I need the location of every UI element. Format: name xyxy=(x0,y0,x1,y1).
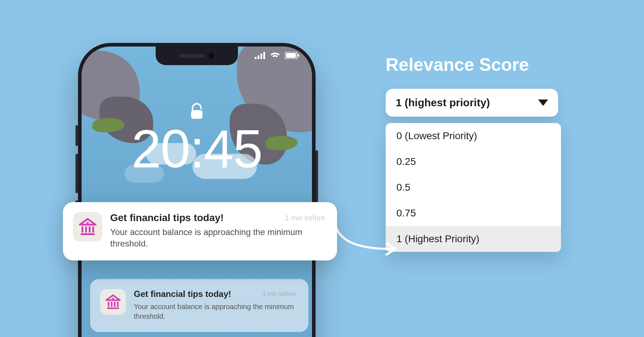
notification-card-stacked[interactable]: Get financial tips today! 1 min before Y… xyxy=(90,279,308,332)
svg-rect-6 xyxy=(298,54,299,57)
svg-rect-5 xyxy=(286,53,296,58)
dropdown-selected-label: 1 (highest priority) xyxy=(396,97,490,109)
notification-title: Get financial tips today! xyxy=(110,212,224,224)
svg-rect-0 xyxy=(255,57,257,59)
svg-rect-11 xyxy=(85,226,87,233)
wifi-icon xyxy=(270,52,280,59)
svg-rect-3 xyxy=(263,52,265,59)
svg-rect-19 xyxy=(117,302,118,307)
svg-rect-15 xyxy=(107,307,119,309)
lock-screen-clock: 20:45 xyxy=(82,118,312,180)
chevron-down-icon xyxy=(538,99,548,106)
app-icon xyxy=(100,289,126,315)
dropdown-option-075[interactable]: 0.75 xyxy=(386,200,561,226)
dropdown-option-025[interactable]: 0.25 xyxy=(386,149,561,175)
svg-rect-7 xyxy=(191,110,203,119)
notification-body: Your account balance is approaching the … xyxy=(110,226,325,250)
section-title: Relevance Score xyxy=(386,54,529,75)
svg-point-8 xyxy=(87,222,89,224)
app-icon xyxy=(73,212,102,241)
notification-title: Get financial tips today! xyxy=(134,289,231,299)
phone-notch xyxy=(156,47,238,65)
svg-rect-1 xyxy=(258,55,259,59)
svg-rect-9 xyxy=(80,233,95,235)
svg-rect-18 xyxy=(114,302,116,307)
svg-rect-12 xyxy=(89,226,91,233)
battery-icon xyxy=(285,52,299,59)
status-bar xyxy=(255,52,299,59)
notification-card[interactable]: Get financial tips today! 1 min before Y… xyxy=(63,202,337,260)
svg-rect-16 xyxy=(108,302,109,307)
phone-silence-switch xyxy=(75,125,78,146)
bank-icon xyxy=(104,293,122,311)
relevance-score-dropdown[interactable]: 1 (highest priority) xyxy=(385,89,558,117)
notification-body: Your account balance is approaching the … xyxy=(134,302,296,321)
dropdown-option-0[interactable]: 0 (Lowest Priority) xyxy=(386,123,561,149)
svg-rect-13 xyxy=(92,226,94,233)
cellular-icon xyxy=(255,52,265,59)
svg-rect-17 xyxy=(111,302,112,307)
notification-timestamp: 1 min before xyxy=(285,214,325,222)
svg-point-14 xyxy=(112,298,114,299)
relevance-score-menu: 0 (Lowest Priority) 0.25 0.5 0.75 1 (Hig… xyxy=(386,123,561,252)
notification-timestamp: 1 min before xyxy=(263,290,297,298)
dropdown-option-05[interactable]: 0.5 xyxy=(386,175,561,200)
dropdown-option-1[interactable]: 1 (Highest Priority) xyxy=(386,226,561,252)
svg-rect-10 xyxy=(82,226,83,233)
bank-icon xyxy=(78,217,98,237)
phone-volume-up xyxy=(75,154,78,193)
svg-rect-2 xyxy=(260,54,262,59)
